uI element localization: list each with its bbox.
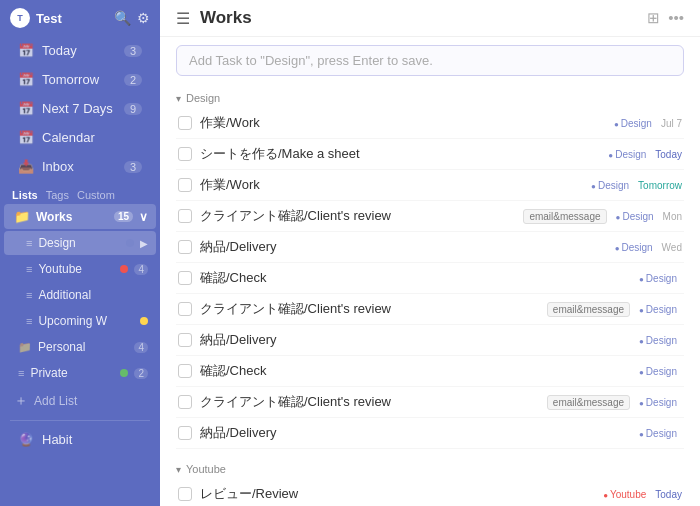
sidebar-item-today[interactable]: 📅 Today 3 bbox=[6, 37, 154, 64]
design-tag: Design bbox=[634, 427, 682, 440]
table-row[interactable]: 納品/Delivery Design bbox=[176, 418, 684, 449]
youtube-dot bbox=[120, 265, 128, 273]
task-checkbox[interactable] bbox=[178, 240, 192, 254]
youtube-tag: Youtube bbox=[598, 488, 651, 501]
list-additional[interactable]: ≡ Additional bbox=[4, 283, 156, 307]
add-list-button[interactable]: ＋ Add List bbox=[4, 387, 156, 415]
table-row[interactable]: 作業/Work Design Tomorrow bbox=[176, 170, 684, 201]
section-design-label: Design bbox=[186, 92, 220, 104]
list-view-icon[interactable]: ⊞ bbox=[647, 9, 660, 27]
sidebar-item-label: Calendar bbox=[42, 130, 142, 145]
add-task-placeholder: Add Task to "Design", press Enter to sav… bbox=[189, 53, 433, 68]
table-row[interactable]: シートを作る/Make a sheet Design Today bbox=[176, 139, 684, 170]
task-checkbox[interactable] bbox=[178, 271, 192, 285]
sidebar-item-next7days[interactable]: 📅 Next 7 Days 9 bbox=[6, 95, 154, 122]
add-task-input[interactable]: Add Task to "Design", press Enter to sav… bbox=[176, 45, 684, 76]
list-youtube[interactable]: ≡ Youtube 4 bbox=[4, 257, 156, 281]
page-title: Works bbox=[200, 8, 637, 28]
list-private-count: 2 bbox=[134, 368, 148, 379]
list-upcomingw[interactable]: ≡ Upcoming W bbox=[4, 309, 156, 333]
task-checkbox[interactable] bbox=[178, 147, 192, 161]
list-personal[interactable]: 📁 Personal 4 bbox=[4, 335, 156, 359]
hamburger-icon[interactable]: ☰ bbox=[176, 9, 190, 28]
list-personal-count: 4 bbox=[134, 342, 148, 353]
email-tag: email&message bbox=[547, 302, 630, 317]
task-checkbox[interactable] bbox=[178, 302, 192, 316]
design-dot bbox=[126, 239, 134, 247]
list-icon: ≡ bbox=[26, 315, 32, 327]
task-tags: Design Tomorrow bbox=[586, 179, 682, 192]
tab-tags[interactable]: Tags bbox=[46, 189, 69, 201]
sidebar-item-label: Next 7 Days bbox=[42, 101, 116, 116]
more-icon[interactable]: ••• bbox=[668, 9, 684, 27]
section-design[interactable]: ▾ Design bbox=[176, 84, 684, 108]
sidebar-item-tomorrow[interactable]: 📅 Tomorrow 2 bbox=[6, 66, 154, 93]
design-tag: Design bbox=[586, 179, 634, 192]
task-checkbox[interactable] bbox=[178, 116, 192, 130]
task-date: Today bbox=[655, 489, 682, 500]
section-youtube[interactable]: ▾ Youtube bbox=[176, 455, 684, 479]
task-tags: Design bbox=[634, 365, 682, 378]
main-content: ☰ Works ⊞ ••• Add Task to "Design", pres… bbox=[160, 0, 700, 506]
task-checkbox[interactable] bbox=[178, 209, 192, 223]
list-youtube-count: 4 bbox=[134, 264, 148, 275]
design-tag: Design bbox=[634, 365, 682, 378]
task-date: Wed bbox=[662, 242, 682, 253]
table-row[interactable]: 納品/Delivery Design bbox=[176, 325, 684, 356]
table-row[interactable]: 確認/Check Design bbox=[176, 263, 684, 294]
task-name: クライアント確認/Client's review bbox=[200, 300, 539, 318]
list-personal-label: Personal bbox=[38, 340, 128, 354]
task-checkbox[interactable] bbox=[178, 178, 192, 192]
list-icon: ≡ bbox=[26, 237, 32, 249]
table-row[interactable]: 作業/Work Design Jul 7 bbox=[176, 108, 684, 139]
task-checkbox[interactable] bbox=[178, 426, 192, 440]
chevron-down-icon: ▾ bbox=[176, 464, 181, 475]
task-date: Today bbox=[655, 149, 682, 160]
task-tags: Design bbox=[634, 334, 682, 347]
list-works[interactable]: 📁 Works 15 ∨ bbox=[4, 204, 156, 229]
habit-icon: 🔮 bbox=[18, 432, 34, 447]
inbox-count: 3 bbox=[124, 161, 142, 173]
task-name: レビュー/Review bbox=[200, 485, 590, 503]
table-row[interactable]: 確認/Check Design bbox=[176, 356, 684, 387]
task-tags: Design Today bbox=[603, 148, 682, 161]
table-row[interactable]: クライアント確認/Client's review email&message D… bbox=[176, 387, 684, 418]
header-icons: ⊞ ••• bbox=[647, 9, 684, 27]
cursor-icon: ▶ bbox=[140, 238, 148, 249]
list-private[interactable]: ≡ Private 2 bbox=[4, 361, 156, 385]
task-checkbox[interactable] bbox=[178, 364, 192, 378]
search-icon[interactable]: 🔍 bbox=[114, 10, 131, 26]
chevron-down-icon: ▾ bbox=[176, 93, 181, 104]
sidebar-item-label: Inbox bbox=[42, 159, 116, 174]
list-youtube-label: Youtube bbox=[38, 262, 114, 276]
list-icon: ≡ bbox=[18, 367, 24, 379]
sidebar-item-habit[interactable]: 🔮 Habit bbox=[6, 426, 154, 453]
private-dot bbox=[120, 369, 128, 377]
table-row[interactable]: レビュー/Review Youtube Today bbox=[176, 479, 684, 506]
sidebar-header: T Test 🔍 ⚙ bbox=[0, 0, 160, 36]
email-tag: email&message bbox=[523, 209, 606, 224]
task-name: シートを作る/Make a sheet bbox=[200, 145, 595, 163]
sidebar-item-inbox[interactable]: 📥 Inbox 3 bbox=[6, 153, 154, 180]
email-tag: email&message bbox=[547, 395, 630, 410]
table-row[interactable]: クライアント確認/Client's review email&message D… bbox=[176, 201, 684, 232]
sidebar-item-calendar[interactable]: 📅 Calendar bbox=[6, 124, 154, 151]
task-checkbox[interactable] bbox=[178, 487, 192, 501]
task-checkbox[interactable] bbox=[178, 333, 192, 347]
task-name: 確認/Check bbox=[200, 362, 626, 380]
settings-icon[interactable]: ⚙ bbox=[137, 10, 150, 26]
tab-lists[interactable]: Lists bbox=[12, 189, 38, 201]
task-checkbox[interactable] bbox=[178, 395, 192, 409]
task-date: Tomorrow bbox=[638, 180, 682, 191]
sidebar: T Test 🔍 ⚙ 📅 Today 3 📅 Tomorrow 2 📅 Next… bbox=[0, 0, 160, 506]
tab-custom[interactable]: Custom bbox=[77, 189, 115, 201]
next7days-count: 9 bbox=[124, 103, 142, 115]
list-design[interactable]: ≡ Design ▶ bbox=[4, 231, 156, 255]
table-row[interactable]: 納品/Delivery Design Wed bbox=[176, 232, 684, 263]
table-row[interactable]: クライアント確認/Client's review email&message D… bbox=[176, 294, 684, 325]
tomorrow-icon: 📅 bbox=[18, 72, 34, 87]
list-works-count: 15 bbox=[114, 211, 133, 222]
task-tags: Youtube Today bbox=[598, 488, 682, 501]
plus-icon: ＋ bbox=[14, 392, 28, 410]
app-icon: T bbox=[10, 8, 30, 28]
